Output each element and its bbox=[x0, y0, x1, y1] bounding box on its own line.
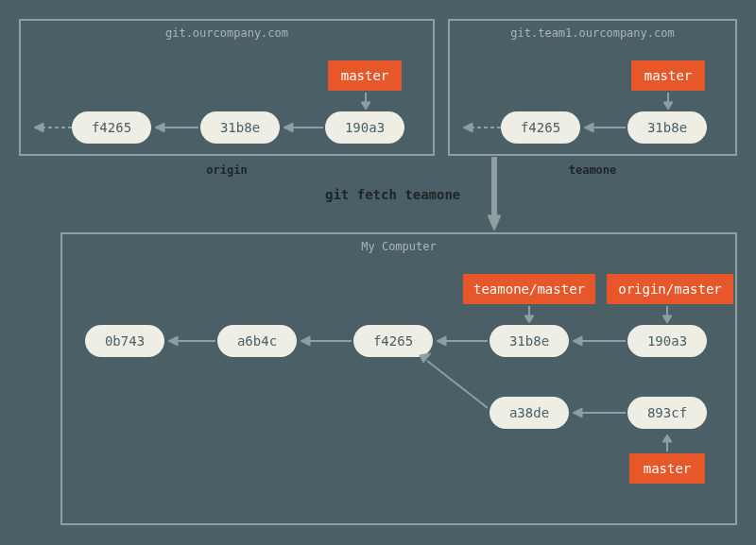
teamone-master-tracking-ref: teamone/master bbox=[463, 274, 595, 304]
teamone-master-ref: master bbox=[631, 60, 705, 91]
svg-marker-17 bbox=[524, 315, 534, 323]
svg-marker-13 bbox=[463, 123, 472, 132]
commit-node: 31b8e bbox=[200, 111, 280, 144]
svg-marker-11 bbox=[584, 123, 593, 132]
arrow-icon bbox=[662, 433, 672, 451]
arrow-icon bbox=[166, 335, 215, 347]
origin-server-url: git.ourcompany.com bbox=[21, 26, 433, 40]
commit-node: 893cf bbox=[627, 397, 707, 429]
arrow-icon bbox=[663, 93, 673, 111]
svg-marker-19 bbox=[662, 315, 672, 323]
svg-marker-5 bbox=[284, 123, 293, 132]
fetch-arrow-icon bbox=[488, 157, 501, 232]
commit-node: 190a3 bbox=[627, 325, 707, 357]
origin-server-box: git.ourcompany.com master f4265 31b8e 19… bbox=[19, 19, 435, 156]
commit-node: 31b8e bbox=[627, 111, 707, 144]
svg-marker-27 bbox=[573, 336, 582, 346]
commit-node: f4265 bbox=[501, 111, 580, 144]
origin-caption: origin bbox=[21, 163, 433, 177]
arrow-icon bbox=[32, 122, 72, 133]
commit-node: 31b8e bbox=[490, 325, 569, 357]
svg-marker-9 bbox=[663, 102, 673, 110]
commit-node: 190a3 bbox=[325, 111, 404, 144]
svg-marker-15 bbox=[488, 215, 501, 230]
teamone-server-url: git.team1.ourcompany.com bbox=[450, 26, 735, 40]
arrow-icon bbox=[582, 122, 626, 133]
svg-line-30 bbox=[427, 361, 488, 408]
svg-marker-1 bbox=[361, 102, 370, 110]
svg-marker-7 bbox=[34, 123, 43, 132]
arrow-icon bbox=[524, 306, 534, 325]
arrow-icon bbox=[361, 93, 370, 111]
teamone-server-box: git.team1.ourcompany.com master f4265 31… bbox=[448, 19, 737, 156]
local-master-ref: master bbox=[629, 453, 705, 484]
commit-node: f4265 bbox=[72, 111, 151, 144]
origin-master-ref: master bbox=[328, 60, 402, 91]
commit-node: a6b4c bbox=[217, 325, 297, 357]
svg-marker-29 bbox=[573, 408, 582, 417]
svg-marker-23 bbox=[301, 336, 310, 346]
local-computer-title: My Computer bbox=[62, 240, 735, 253]
branch-arrow-icon bbox=[414, 349, 490, 412]
fetch-command-label: git fetch teamone bbox=[325, 187, 460, 202]
svg-marker-33 bbox=[662, 434, 672, 442]
local-computer-box: My Computer teamone/master origin/master… bbox=[60, 232, 737, 525]
arrow-icon bbox=[299, 335, 352, 347]
arrow-icon bbox=[435, 335, 488, 347]
arrow-icon bbox=[153, 122, 198, 133]
arrow-icon bbox=[461, 122, 501, 133]
svg-marker-21 bbox=[168, 336, 178, 346]
arrow-icon bbox=[282, 122, 323, 133]
commit-node: a38de bbox=[490, 397, 569, 429]
svg-marker-3 bbox=[155, 123, 164, 132]
arrow-icon bbox=[571, 407, 626, 418]
commit-node: 0b743 bbox=[85, 325, 164, 357]
arrow-icon bbox=[571, 335, 626, 347]
svg-marker-25 bbox=[437, 336, 446, 346]
origin-master-tracking-ref: origin/master bbox=[607, 274, 733, 304]
arrow-icon bbox=[662, 306, 672, 325]
